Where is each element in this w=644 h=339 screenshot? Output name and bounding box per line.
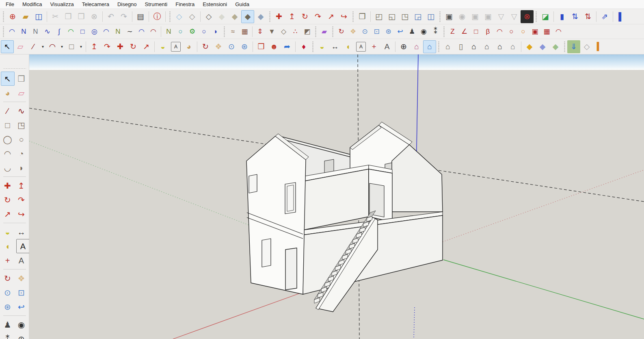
plugin-plane-button[interactable]: ◪ <box>539 10 552 23</box>
position-camera-button[interactable]: ♟ <box>406 26 418 37</box>
tos-zline-button[interactable]: Z <box>447 26 458 37</box>
sandbox-add-detail-button[interactable]: ∴ <box>290 26 301 37</box>
tos-octagon-button[interactable]: ○ <box>517 26 529 37</box>
plugin-diagonal-button[interactable]: ⇗ <box>598 10 611 23</box>
text-3d-tool[interactable]: A <box>15 253 28 267</box>
plugin-face-button[interactable]: ▮ <box>555 10 568 23</box>
tos-partial-button[interactable]: ◠ <box>553 26 564 37</box>
solid-subtract-button[interactable]: ◳ <box>398 10 411 23</box>
bezier-olive-polyline-button[interactable]: N <box>112 26 124 37</box>
pie-tool[interactable]: ◔ <box>15 146 28 161</box>
zoom-window-button[interactable]: ⊡ <box>371 26 383 37</box>
sandbox-smoove-button[interactable]: ⇕ <box>254 26 266 37</box>
model-info-button[interactable]: ⓘ <box>151 10 164 23</box>
plugin-partial-button[interactable]: ▌ <box>615 10 628 23</box>
scale-button[interactable]: ↗ <box>324 10 337 23</box>
tos-circle-button[interactable]: ○ <box>506 26 517 37</box>
solid-outer-shell-button[interactable]: ❒ <box>356 10 369 23</box>
view-outline-button[interactable]: ⌂ <box>493 40 506 53</box>
rotate-button[interactable]: ↻ <box>127 40 140 53</box>
follow-me-button[interactable]: ↷ <box>311 10 324 23</box>
view-iso-button[interactable]: ⌂ <box>441 40 454 53</box>
bezier-arc-green-button[interactable]: ◠ <box>65 26 77 37</box>
send-to-layout-button[interactable]: ➦ <box>281 40 294 53</box>
component-options-button[interactable]: ☻ <box>268 40 281 53</box>
north-compass-button[interactable]: ⊕ <box>397 40 410 53</box>
view-back-button[interactable]: ▯ <box>454 40 467 53</box>
arc-tool[interactable]: ◠ <box>1 146 15 161</box>
eraser-tool[interactable]: ▱ <box>15 86 28 100</box>
bezier-jcurve-button[interactable]: ∫ <box>53 26 65 37</box>
view-side-button[interactable]: ⌂ <box>506 40 519 53</box>
view-front-button[interactable]: ⌂ <box>467 40 480 53</box>
section-display-button[interactable]: ⌂ <box>423 40 436 53</box>
acT-create-camera-button[interactable]: ▣ <box>443 10 456 23</box>
style-cube-violet-button[interactable]: ◆ <box>536 40 549 53</box>
section-plane-button[interactable]: ⌂ <box>410 40 423 53</box>
previous-view-tool[interactable]: ↩ <box>15 300 28 314</box>
edit-wrench-button[interactable]: ⚙ <box>186 26 198 37</box>
viewport[interactable] <box>29 54 644 339</box>
tape-measure-tool[interactable]: ◒ <box>1 225 15 239</box>
dimension-button[interactable]: ↔ <box>328 40 341 53</box>
menu-visualizza[interactable]: Visualizza <box>46 0 78 9</box>
geo-import-button[interactable]: ⇓ <box>567 40 580 53</box>
sandbox-flip-edge-button[interactable]: ◩ <box>301 26 313 37</box>
print-button[interactable]: ▤ <box>134 10 147 23</box>
offset-button[interactable]: ↪ <box>337 10 350 23</box>
paint-bucket-button[interactable]: ◕ <box>182 40 195 53</box>
arc-segment-button[interactable]: ◗ <box>210 26 222 37</box>
new-button[interactable]: ⊕ <box>6 10 19 23</box>
style-hidden-line-button[interactable]: ◆ <box>215 10 228 23</box>
open-button[interactable]: ▰ <box>19 10 32 23</box>
push-pull-button[interactable]: ↥ <box>88 40 101 53</box>
push-pull-tool[interactable]: ↥ <box>15 178 28 193</box>
rectangle-button[interactable]: □ <box>65 40 78 53</box>
arc-button[interactable]: ◠ <box>46 40 59 53</box>
text-button[interactable]: A <box>171 42 181 52</box>
zoom-window-tool[interactable]: ⊡ <box>15 285 28 300</box>
polygon-tool[interactable]: ○ <box>15 132 28 146</box>
save-button[interactable]: ◫ <box>32 10 45 23</box>
menu-estensioni[interactable]: Estensioni <box>199 0 231 9</box>
look-around-tool[interactable]: ◉ <box>15 317 28 332</box>
circle-tool[interactable]: ◯ <box>1 132 15 146</box>
plugin-up-down-button[interactable]: ⇅ <box>568 10 581 23</box>
follow-me-button[interactable]: ↷ <box>101 40 114 53</box>
bezier-squiggle-button[interactable]: ∼ <box>124 26 136 37</box>
solid-union-button[interactable]: ◱ <box>385 10 398 23</box>
text-2-button[interactable]: A <box>356 42 366 52</box>
tos-freehand-button[interactable]: β <box>482 26 494 37</box>
zoom-extents-button[interactable]: ⊛ <box>238 40 251 53</box>
walk-tool[interactable]: ⁑ <box>1 332 15 339</box>
menu-guida[interactable]: Guida <box>231 0 253 9</box>
style-cube-yellow-button[interactable]: ◆ <box>523 40 536 53</box>
menu-finestra[interactable]: Finestra <box>171 0 199 9</box>
eraser-button[interactable]: ▱ <box>14 40 27 53</box>
tos-fill-square-button[interactable]: ▣ <box>529 26 541 37</box>
ruby-console-button[interactable]: ♦ <box>297 40 310 53</box>
protractor-tool[interactable]: ◖ <box>1 239 15 253</box>
tos-square-button[interactable]: □ <box>470 26 482 37</box>
select-button[interactable]: ↖ <box>1 40 14 53</box>
style-xray-button[interactable]: ◇ <box>173 10 186 23</box>
bezier-c-arc-button[interactable]: ◠ <box>100 26 112 37</box>
acT-camera-off-button[interactable]: ⊗ <box>521 10 534 23</box>
axes-button[interactable]: + <box>367 40 380 53</box>
flat-shape-button[interactable]: ◇ <box>580 40 593 53</box>
protractor-button[interactable]: ◖ <box>341 40 354 53</box>
plugin-down-up-button[interactable]: ⇅ <box>581 10 594 23</box>
style-shaded-button[interactable]: ◆ <box>228 10 241 23</box>
tos-angle-button[interactable]: ∠ <box>458 26 470 37</box>
move-tool[interactable]: ✚ <box>1 178 15 193</box>
menu-modifica[interactable]: Modifica <box>18 0 46 9</box>
push-pull-button[interactable]: ↥ <box>285 10 298 23</box>
bezier-small-arc-button[interactable]: ◠ <box>136 26 147 37</box>
menu-disegno[interactable]: Disegno <box>113 0 141 9</box>
scale-button[interactable]: ↗ <box>140 40 153 53</box>
component-tool-button[interactable]: ❒ <box>255 40 268 53</box>
follow-me-tool[interactable]: ↷ <box>15 193 28 207</box>
scale-tool[interactable]: ↗ <box>1 207 15 221</box>
bezier-crimson-arc-button[interactable]: ◠ <box>147 26 159 37</box>
style-shaded-textures-button[interactable]: ◆ <box>241 10 254 23</box>
